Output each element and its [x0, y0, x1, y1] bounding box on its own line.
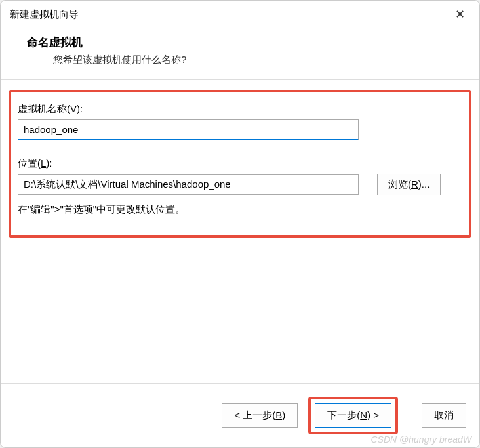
back-button[interactable]: < 上一步(B): [222, 403, 298, 428]
vm-name-input[interactable]: [18, 119, 359, 140]
next-button[interactable]: 下一步(N) >: [315, 403, 391, 428]
header-title: 命名虚拟机: [27, 35, 453, 50]
header-section: 命名虚拟机 您希望该虚拟机使用什么名称?: [1, 28, 479, 79]
location-label: 位置(L):: [18, 157, 462, 170]
highlighted-form-area: 虚拟机名称(V): 位置(L): 浏览(R)... 在"编辑">"首选项"中可更…: [9, 90, 471, 238]
watermark: CSDN @hungry breadW: [371, 434, 472, 445]
content-area: 虚拟机名称(V): 位置(L): 浏览(R)... 在"编辑">"首选项"中可更…: [1, 80, 479, 383]
browse-button[interactable]: 浏览(R)...: [377, 174, 441, 195]
location-input[interactable]: [18, 174, 359, 195]
next-button-highlight: 下一步(N) >: [308, 397, 398, 434]
wizard-dialog: 新建虚拟机向导 ✕ 命名虚拟机 您希望该虚拟机使用什么名称? 虚拟机名称(V):…: [0, 0, 480, 448]
cancel-button[interactable]: 取消: [422, 403, 466, 428]
header-subtitle: 您希望该虚拟机使用什么名称?: [53, 54, 453, 66]
title-bar: 新建虚拟机向导 ✕: [1, 1, 479, 28]
default-location-hint: 在"编辑">"首选项"中可更改默认位置。: [18, 203, 462, 216]
location-row: 浏览(R)...: [18, 174, 462, 195]
close-icon[interactable]: ✕: [450, 6, 470, 23]
dialog-title: 新建虚拟机向导: [10, 9, 79, 21]
vm-name-label: 虚拟机名称(V):: [18, 103, 462, 115]
